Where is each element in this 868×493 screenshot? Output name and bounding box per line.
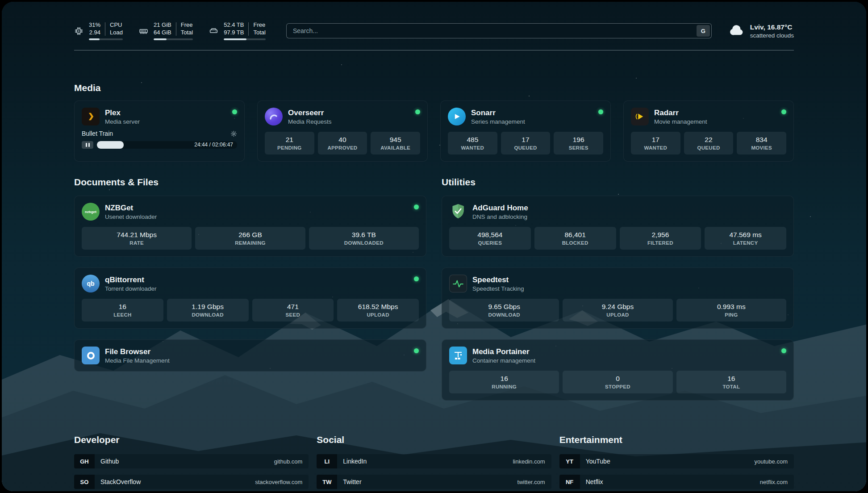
stat-value: 266 GB	[197, 231, 303, 239]
ram-icon	[139, 26, 148, 36]
stat-pending: 21 PENDING	[265, 132, 314, 155]
bookmark-name: LinkedIn	[343, 458, 513, 465]
stat-movies: 834 MOVIES	[737, 132, 786, 155]
stat-value: 17	[503, 136, 549, 144]
stat-value: 40	[320, 136, 366, 144]
media-cards: Plex Media server Bullet Train	[74, 100, 794, 162]
pause-button[interactable]	[82, 141, 93, 149]
stat-label: APPROVED	[320, 145, 366, 150]
service-name: Overseerr	[288, 109, 410, 117]
stat-download: 1.19 Gbps DOWNLOAD	[167, 299, 249, 322]
bookmark-name: YouTube	[586, 458, 755, 465]
service-name: Radarr	[654, 109, 776, 117]
ram-metric: 21 GiB 64 GiB Free Total	[139, 21, 193, 40]
stat-blocked: 86,401 BLOCKED	[534, 227, 616, 250]
bookmark-abbr: SO	[74, 475, 95, 489]
service-card-radarr[interactable]: Radarr Movie management 17 WANTED 22 QUE…	[623, 100, 794, 162]
service-card-overseerr[interactable]: Overseerr Media Requests 21 PENDING 40 A…	[257, 100, 428, 162]
stat-upload: 618.52 Mbps UPLOAD	[337, 299, 419, 322]
service-subtitle: Container management	[472, 357, 776, 364]
stat-value: 1.19 Gbps	[169, 303, 247, 311]
service-subtitle: Speedtest Tracking	[472, 285, 786, 292]
bookmark-url: stackoverflow.com	[255, 479, 302, 485]
playback-progress-fill	[97, 141, 124, 149]
bookmark-linkedin[interactable]: LI LinkedIn linkedin.com	[317, 454, 551, 468]
service-card-sonarr[interactable]: Sonarr Series management 485 WANTED 17 Q…	[440, 100, 611, 162]
bookmark-abbr: LI	[317, 454, 337, 468]
bookmark-url: linkedin.com	[513, 458, 545, 465]
service-name: File Browser	[105, 347, 409, 356]
stat-label: UPLOAD	[339, 312, 417, 318]
stat-running: 16 RUNNING	[449, 371, 559, 393]
bookmark-url: github.com	[274, 458, 303, 465]
sonarr-icon	[448, 108, 466, 125]
search-input[interactable]	[286, 23, 712, 38]
service-card-nzbget[interactable]: nzbget NZBGet Usenet downloader 744.21 M…	[74, 196, 426, 257]
service-subtitle: Series management	[471, 118, 593, 125]
stat-value: 21	[267, 136, 313, 144]
stat-label: LATENCY	[706, 240, 785, 246]
speedtest-icon	[449, 275, 467, 292]
overseerr-icon	[265, 108, 283, 125]
bookmark-name: StackOverflow	[100, 478, 255, 485]
stat-value: 17	[633, 136, 679, 144]
ram-progress-track	[154, 38, 193, 40]
disk-metric: 52.4 TB 97.9 TB Free Total	[209, 21, 266, 40]
bookmark-github[interactable]: GH Github github.com	[74, 454, 309, 468]
service-card-qbittorrent[interactable]: qb qBittorrent Torrent downloader 16 LEE…	[74, 267, 426, 329]
bookmark-url: twitter.com	[517, 479, 545, 485]
ram-total-value: 64 GiB	[154, 29, 171, 36]
service-card-plex[interactable]: Plex Media server Bullet Train	[74, 100, 245, 162]
bookmark-group-social: Social LI LinkedIn linkedin.com TW Twitt…	[317, 435, 551, 491]
status-dot	[414, 348, 419, 353]
service-name: Media Portainer	[472, 347, 776, 356]
stat-filtered: 2,956 FILTERED	[620, 227, 701, 250]
bookmark-twitter[interactable]: TW Twitter twitter.com	[317, 475, 551, 489]
stat-label: SEED	[254, 312, 332, 318]
service-card-speedtest[interactable]: Speedtest Speedtest Tracking 9.65 Gbps D…	[442, 267, 794, 329]
service-card-adguard[interactable]: AdGuard Home DNS and adblocking 498,564 …	[442, 196, 794, 257]
stat-value: 498,564	[451, 231, 529, 239]
stat-value: 9.65 Gbps	[451, 303, 557, 311]
stat-label: UPLOAD	[564, 312, 671, 318]
cpu-readout: 31% 2.94 CPU Load	[89, 21, 123, 40]
stat-value: 16	[678, 375, 785, 383]
system-metrics: 31% 2.94 CPU Load	[74, 21, 266, 40]
playback-progress-track[interactable]: 24:44 / 02:06:47	[97, 141, 237, 149]
bookmark-stackoverflow[interactable]: SO StackOverflow stackoverflow.com	[74, 475, 309, 489]
disk-total-value: 97.9 TB	[224, 29, 244, 36]
stat-label: AVAILABLE	[372, 145, 418, 150]
stat-total: 16 TOTAL	[676, 371, 786, 393]
cpu-usage-label: CPU	[110, 21, 122, 29]
service-card-filebrowser[interactable]: File Browser Media File Management	[74, 339, 426, 372]
service-card-portainer[interactable]: Media Portainer Container management 16 …	[442, 339, 794, 401]
ram-free-value: 21 GiB	[154, 21, 171, 29]
section-title-media: Media	[74, 83, 794, 93]
stat-value: 16	[451, 375, 557, 383]
stat-value: 47.569 ms	[706, 231, 785, 239]
cpu-metric: 31% 2.94 CPU Load	[74, 21, 123, 40]
dashboard-content: 31% 2.94 CPU Load	[74, 2, 794, 491]
weather-condition: scattered clouds	[750, 32, 794, 39]
bookmark-netflix[interactable]: NF Netflix netflix.com	[559, 475, 794, 489]
bookmark-youtube[interactable]: YT YouTube youtube.com	[559, 454, 794, 468]
gear-icon[interactable]	[230, 130, 237, 137]
disk-free-value: 52.4 TB	[224, 21, 244, 29]
metric-divider	[105, 22, 105, 36]
cpu-progress-fill	[89, 38, 100, 40]
stat-value: 2,956	[622, 231, 700, 239]
stat-rate: 744.21 Mbps RATE	[82, 227, 192, 250]
service-name: Sonarr	[471, 109, 593, 117]
weather-widget[interactable]: Lviv, 16.87°C scattered clouds	[729, 23, 794, 39]
ram-progress-fill	[154, 38, 167, 40]
stat-latency: 47.569 ms LATENCY	[705, 227, 786, 250]
stat-stopped: 0 STOPPED	[563, 371, 672, 393]
service-subtitle: Usenet downloader	[105, 213, 409, 220]
search-provider-button[interactable]: G	[697, 25, 710, 37]
stat-available: 945 AVAILABLE	[371, 132, 420, 155]
disk-readout: 52.4 TB 97.9 TB Free Total	[224, 21, 266, 40]
stat-label: QUEUED	[686, 145, 732, 150]
stat-value: 196	[555, 136, 601, 144]
stat-label: TOTAL	[678, 384, 785, 389]
service-name: AdGuard Home	[472, 204, 786, 213]
